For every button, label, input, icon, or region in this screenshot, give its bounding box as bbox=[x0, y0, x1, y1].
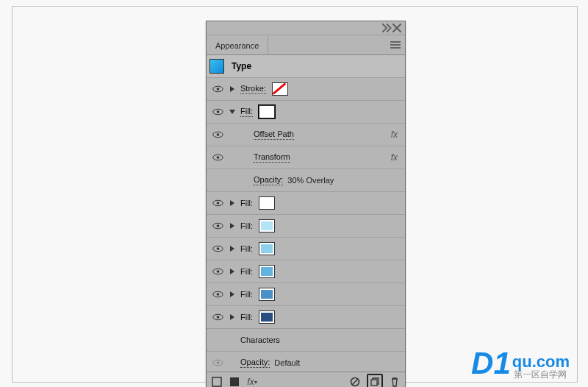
fx-icon: fx bbox=[391, 129, 398, 140]
row-label: Stroke: bbox=[240, 84, 266, 94]
visibility-toggle[interactable] bbox=[209, 245, 226, 252]
offset-path-row[interactable]: Offset Path fx bbox=[207, 124, 405, 146]
opacity-value: 30% Overlay bbox=[287, 176, 334, 185]
row-label: Transform bbox=[254, 152, 290, 163]
row-label: Fill: bbox=[240, 221, 253, 230]
opacity-row[interactable]: Opacity: 30% Overlay bbox=[207, 169, 405, 192]
stroke-swatch[interactable] bbox=[272, 82, 288, 96]
add-effect-icon[interactable]: fx▾ bbox=[246, 376, 258, 387]
panel-menu-button[interactable] bbox=[386, 35, 405, 54]
fill-swatch[interactable] bbox=[259, 196, 275, 210]
fill-swatch[interactable] bbox=[259, 288, 275, 301]
svg-rect-26 bbox=[371, 380, 377, 386]
fill-row[interactable]: Fill: bbox=[207, 283, 405, 306]
fill-row[interactable]: Fill: bbox=[207, 215, 405, 238]
fill-swatch[interactable] bbox=[259, 310, 275, 324]
svg-point-9 bbox=[216, 202, 219, 205]
svg-point-5 bbox=[216, 133, 219, 136]
watermark: D1 qu.com 第一区自学网 bbox=[471, 348, 570, 379]
disclosure-arrow[interactable] bbox=[226, 269, 239, 274]
object-thumb bbox=[209, 59, 224, 74]
svg-line-25 bbox=[352, 379, 358, 385]
new-stroke-icon[interactable] bbox=[211, 376, 223, 387]
panel-tabbar: Appearance bbox=[207, 35, 405, 55]
visibility-toggle[interactable] bbox=[209, 85, 226, 93]
svg-point-7 bbox=[216, 156, 219, 159]
disclosure-arrow[interactable] bbox=[226, 291, 239, 297]
appearance-rows: Type Stroke: Fill: Offset Path bbox=[207, 55, 405, 372]
visibility-toggle[interactable] bbox=[209, 154, 226, 161]
svg-point-17 bbox=[216, 293, 219, 296]
opacity-value: Default bbox=[274, 358, 300, 367]
row-label: Fill: bbox=[240, 107, 253, 117]
svg-rect-23 bbox=[230, 377, 239, 386]
row-label: Fill: bbox=[240, 267, 253, 276]
appearance-panel: Appearance Type Stroke: Fill: bbox=[206, 21, 406, 387]
row-label: Fill: bbox=[240, 199, 253, 207]
svg-point-13 bbox=[216, 247, 219, 250]
svg-rect-22 bbox=[212, 377, 221, 386]
row-label: Characters bbox=[240, 335, 280, 344]
transform-row[interactable]: Transform fx bbox=[207, 146, 405, 169]
fill-swatch[interactable] bbox=[259, 219, 275, 232]
close-button[interactable] bbox=[392, 24, 402, 32]
watermark-domain: qu.com bbox=[512, 352, 570, 371]
visibility-toggle[interactable] bbox=[209, 313, 226, 321]
visibility-toggle[interactable] bbox=[209, 268, 226, 275]
clear-appearance-icon[interactable] bbox=[349, 376, 361, 387]
visibility-toggle[interactable] bbox=[209, 291, 226, 298]
visibility-toggle[interactable] bbox=[209, 108, 226, 116]
panel-footer: fx▾ bbox=[207, 372, 405, 387]
characters-row[interactable]: Characters bbox=[207, 329, 405, 352]
svg-point-15 bbox=[216, 270, 219, 273]
duplicate-item-icon[interactable] bbox=[367, 374, 383, 387]
disclosure-arrow[interactable] bbox=[226, 246, 239, 252]
fill-swatch[interactable] bbox=[259, 265, 275, 278]
fill-row-expanded[interactable]: Fill: bbox=[207, 101, 405, 124]
tab-appearance[interactable]: Appearance bbox=[207, 36, 268, 54]
row-label: Fill: bbox=[240, 290, 253, 299]
fill-row[interactable]: Fill: bbox=[207, 238, 405, 260]
fill-row[interactable]: Fill: bbox=[207, 192, 405, 215]
fill-row[interactable]: Fill: bbox=[207, 306, 405, 329]
new-fill-icon[interactable] bbox=[229, 376, 240, 387]
disclosure-arrow[interactable] bbox=[226, 109, 239, 115]
visibility-toggle[interactable] bbox=[209, 131, 226, 138]
disclosure-arrow[interactable] bbox=[226, 86, 239, 92]
stroke-row[interactable]: Stroke: bbox=[207, 78, 405, 101]
svg-point-19 bbox=[216, 316, 219, 319]
fill-swatch[interactable] bbox=[259, 242, 275, 255]
watermark-logo: D1 bbox=[471, 348, 511, 379]
fill-swatch[interactable] bbox=[259, 105, 275, 118]
delete-item-icon[interactable] bbox=[389, 376, 401, 387]
fx-icon: fx bbox=[391, 152, 398, 163]
visibility-toggle[interactable] bbox=[209, 199, 226, 207]
watermark-sub: 第一区自学网 bbox=[514, 369, 567, 380]
panel-titlebar bbox=[207, 21, 405, 35]
app-frame: Appearance Type Stroke: Fill: bbox=[12, 6, 578, 383]
visibility-toggle[interactable] bbox=[209, 222, 226, 230]
disclosure-arrow[interactable] bbox=[226, 314, 239, 320]
svg-point-3 bbox=[216, 110, 219, 113]
opacity-default-row[interactable]: Opacity: Default bbox=[207, 352, 405, 372]
svg-point-21 bbox=[216, 361, 219, 364]
row-label: Fill: bbox=[240, 313, 253, 322]
header-row[interactable]: Type bbox=[207, 55, 405, 78]
disclosure-arrow[interactable] bbox=[226, 223, 239, 229]
disclosure-arrow[interactable] bbox=[226, 200, 239, 206]
object-type-label: Type bbox=[232, 61, 251, 71]
fill-row[interactable]: Fill: bbox=[207, 260, 405, 283]
row-label: Offset Path bbox=[254, 129, 294, 140]
row-label: Fill: bbox=[240, 244, 253, 253]
row-label: Opacity: bbox=[240, 358, 270, 368]
collapse-button[interactable] bbox=[381, 24, 392, 32]
visibility-toggle[interactable] bbox=[209, 359, 226, 366]
svg-point-11 bbox=[216, 224, 219, 227]
svg-point-1 bbox=[216, 88, 219, 90]
menu-icon bbox=[390, 44, 401, 46]
row-label: Opacity: bbox=[254, 175, 283, 185]
